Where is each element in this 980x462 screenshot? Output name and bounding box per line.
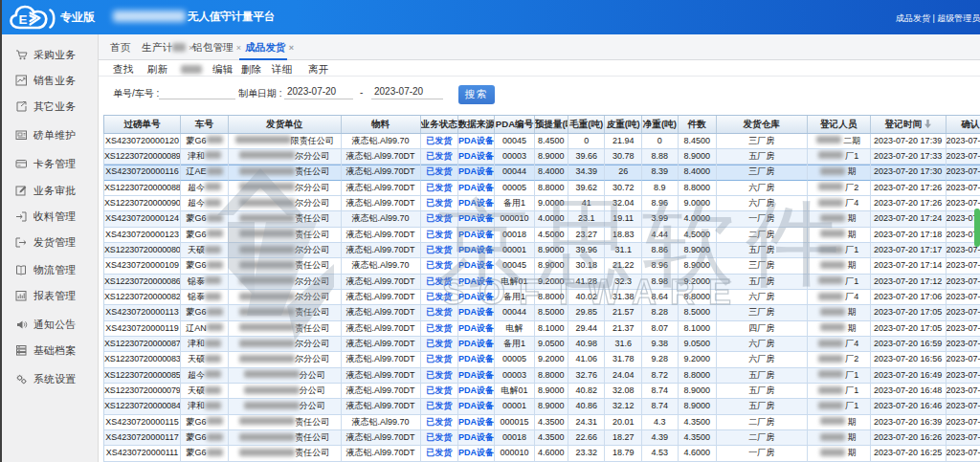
svg-text:E: E [19, 12, 28, 27]
